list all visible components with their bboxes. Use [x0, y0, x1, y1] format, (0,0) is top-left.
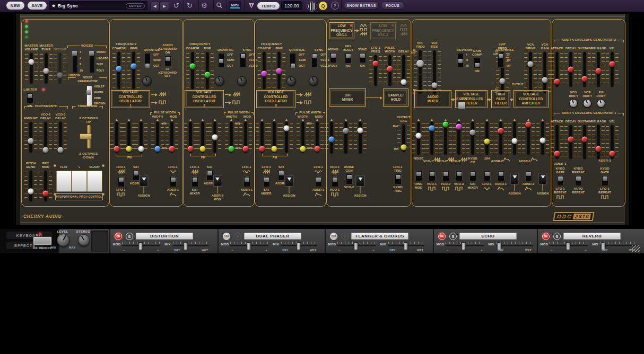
help-button[interactable]: ? — [331, 2, 339, 10]
slider-thumb[interactable] — [610, 61, 615, 67]
save-button[interactable]: SAVE — [28, 2, 47, 10]
slider-thumb[interactable] — [596, 68, 602, 74]
midi-button[interactable]: MIDI — [229, 1, 241, 11]
level-slider[interactable] — [325, 122, 338, 154]
slider-thumb[interactable] — [131, 63, 137, 69]
level-slider[interactable] — [208, 122, 222, 153]
slider-thumb[interactable] — [29, 59, 34, 65]
fx-mix-slider[interactable] — [601, 242, 637, 249]
delay-slider[interactable]: DELAY — [397, 55, 411, 86]
level-slider[interactable] — [353, 122, 367, 154]
kybd-repeat-switch[interactable]: KYBD REPEATAUTO REPEAT — [567, 167, 590, 194]
slider-thumb[interactable] — [43, 68, 49, 74]
vcf-drift-knob[interactable]: VCF DRIFT — [583, 99, 591, 108]
slider-thumb[interactable] — [169, 146, 175, 152]
slider-thumb[interactable] — [484, 139, 490, 145]
fx-mix-slider[interactable] — [497, 242, 533, 249]
slider-thumb[interactable] — [243, 146, 249, 152]
coarse-slider[interactable]: COARSE — [186, 52, 199, 89]
amount-slider[interactable]: AMOUNT — [24, 122, 38, 153]
slider-thumb[interactable] — [57, 72, 63, 78]
favorite-star-icon[interactable]: ★ — [51, 3, 56, 8]
fx-mod-slider[interactable] — [550, 242, 588, 249]
audio-keyboard-on-switch[interactable]: AUDIO KEYBOARD ONLF KEYBOARD OFF — [156, 43, 179, 78]
coarse-slider[interactable]: COARSE — [257, 52, 271, 89]
slider-thumb[interactable] — [343, 128, 349, 134]
quantize-switch[interactable]: QUANTIZEOFFSEMIOCT — [290, 53, 296, 68]
vel-slider[interactable]: VEL — [605, 125, 619, 159]
fx-mod-slider[interactable] — [230, 242, 268, 249]
assign-slider[interactable]: ASSIGN — [536, 173, 549, 196]
adsr-2-slider[interactable]: ADSR-2 — [494, 122, 508, 155]
fine-slider[interactable]: FINE — [272, 52, 286, 89]
level-slider[interactable] — [280, 122, 293, 153]
undo-icon[interactable]: ↺ — [173, 2, 179, 9]
release-slider[interactable]: RELEASE — [591, 52, 605, 87]
revision-switch[interactable]: REVISIONIIIIII — [457, 53, 464, 68]
ppc-pad-0[interactable] — [56, 171, 72, 192]
new-button[interactable]: NEW — [6, 2, 24, 10]
lfo-1-switch[interactable]: LFO-1ADSR-1 — [161, 165, 185, 198]
slider-thumb[interactable] — [329, 137, 335, 143]
vcf-res-slider[interactable]: VCF RES — [428, 50, 441, 94]
slider-thumb[interactable] — [114, 146, 120, 152]
level-slider[interactable] — [339, 122, 353, 154]
fx-solo-button[interactable]: S — [449, 233, 457, 240]
eg-drift-knob[interactable]: EG DRIFT — [597, 99, 605, 108]
noise-slider[interactable]: NOISE — [412, 122, 425, 155]
slider-thumb[interactable] — [188, 146, 194, 152]
slider-thumb[interactable] — [416, 60, 424, 67]
coarse-slider[interactable]: COARSE — [112, 52, 126, 89]
slider-thumb[interactable] — [387, 66, 393, 72]
level-slider[interactable] — [134, 122, 148, 153]
focus-button[interactable]: FOCUS — [381, 2, 404, 10]
fx-on-off-button[interactable] — [33, 236, 52, 245]
slider-thumb[interactable] — [358, 127, 363, 133]
vco-3-slider[interactable]: VCO-3 — [452, 122, 466, 155]
fx-solo-button[interactable]: S — [126, 233, 133, 240]
slider-thumb[interactable] — [138, 146, 144, 152]
slider-thumb[interactable] — [315, 146, 320, 152]
s-h-slider[interactable]: S/H — [480, 122, 494, 155]
preset-field[interactable]: ★ Big Sync EDITED — [49, 1, 147, 10]
slider-thumb[interactable] — [259, 146, 265, 152]
slider-thumb[interactable] — [58, 147, 64, 153]
adsr-2-pos-slider[interactable]: ADSR-2 POS — [212, 175, 223, 201]
wheel-icon[interactable] — [307, 1, 317, 12]
quantize-switch[interactable]: QUANTIZEOFFSEMIOCT — [144, 53, 151, 68]
fx-power-button[interactable]: OFF — [330, 233, 337, 240]
vco-2-delay-slider[interactable]: VCO-2 DELAY — [39, 122, 53, 153]
ui-lock-button[interactable] — [458, 102, 466, 109]
slider-thumb[interactable] — [582, 136, 588, 142]
stereo-knob[interactable] — [78, 234, 90, 246]
slider-thumb[interactable] — [116, 66, 122, 72]
slider-thumb[interactable] — [540, 137, 546, 143]
vcf-freq-slider[interactable]: VCF FREQ10 kHz10 Hz — [413, 50, 427, 94]
attack-slider[interactable]: ATTACK — [550, 52, 564, 87]
attack-slider[interactable]: ATTACK — [550, 125, 564, 159]
level-slider[interactable] — [536, 122, 550, 155]
slider-thumb[interactable] — [272, 146, 277, 152]
pitch-bend-slider[interactable]: PITCH BEND — [24, 171, 38, 201]
slider-thumb[interactable] — [401, 144, 407, 150]
level-slider[interactable] — [508, 122, 521, 155]
slider-thumb[interactable] — [212, 135, 218, 140]
vco-drift-knob[interactable]: VCO DRIFT — [569, 99, 578, 108]
release-slider[interactable]: RELEASE — [591, 125, 605, 159]
slider-thumb[interactable] — [200, 146, 206, 152]
lfo-1-trig-switch[interactable]: LFO-1 TRIGKYBD TRIG — [386, 165, 410, 193]
sustain-slider[interactable]: SUSTAIN — [578, 52, 591, 87]
slider-thumb[interactable] — [443, 121, 449, 127]
decay-slider[interactable]: DECAY — [564, 52, 578, 87]
resize-grip[interactable] — [632, 245, 640, 252]
knob-knob[interactable] — [286, 76, 296, 86]
knob-knob[interactable] — [237, 76, 247, 86]
transpose-lever[interactable] — [87, 125, 91, 148]
adsr-1-slider[interactable]: ADSR-1 — [521, 122, 535, 155]
knob-knob[interactable] — [215, 76, 224, 86]
settings-gear-icon[interactable]: ⚙ — [201, 2, 207, 9]
slider-thumb[interactable] — [528, 61, 534, 67]
kybd-gate-switch[interactable]: KYBD GATELFO-1 REPEAT — [593, 167, 616, 200]
vco-2-slider[interactable]: VCO-2 — [439, 122, 452, 155]
detune-slider[interactable]: DETUNE — [53, 53, 67, 84]
